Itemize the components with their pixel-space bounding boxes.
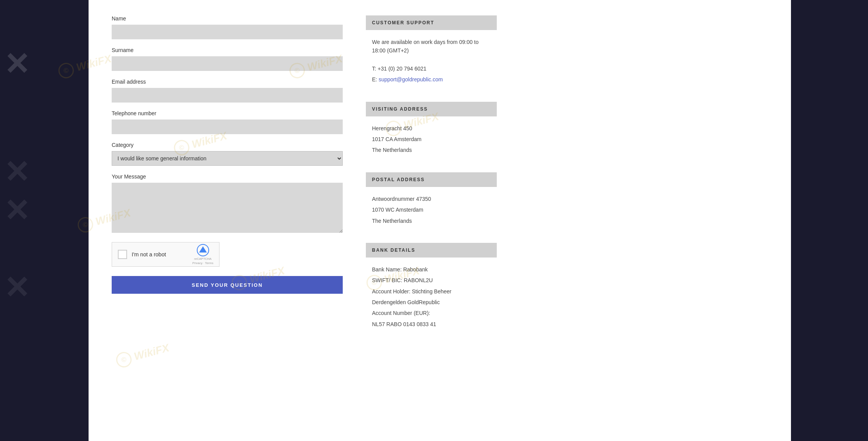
support-email-link[interactable]: support@goldrepublic.com [379, 76, 443, 82]
name-field-group: Name [112, 15, 343, 39]
bank-account-holder-2: Derdengelden GoldRepublic [372, 298, 491, 306]
surname-label: Surname [112, 47, 343, 53]
visiting-address-line3: The Netherlands [372, 146, 491, 154]
postal-address-line1: Antwoordnummer 47350 [372, 195, 491, 203]
right-background: ✕ ✕ [791, 0, 868, 441]
telephone-input[interactable] [112, 120, 343, 134]
customer-support-availability: We are available on work days from 09:00… [372, 38, 491, 55]
recaptcha-subtext: reCAPTCHA [194, 257, 211, 261]
email-input[interactable] [112, 88, 343, 103]
postal-address-body: Antwoordnummer 47350 1070 WC Amsterdam T… [366, 187, 497, 235]
recaptcha-label: I'm not a robot [132, 251, 188, 258]
phone-label: T: [372, 66, 376, 72]
customer-support-phone: T: +31 (0) 20 794 6021 [372, 64, 491, 73]
recaptcha-links: Privacy · Terms [192, 261, 213, 265]
category-select[interactable]: I would like some general information I … [112, 151, 343, 166]
email-field-group: Email address [112, 79, 343, 103]
bank-details-header: BANK DETAILS [366, 243, 497, 258]
visiting-address-line2: 1017 CA Amsterdam [372, 135, 491, 143]
visiting-address-body: Herengracht 450 1017 CA Amsterdam The Ne… [366, 116, 497, 165]
message-textarea[interactable] [112, 183, 343, 233]
email-label: E: [372, 76, 377, 82]
phone-number: +31 (0) 20 794 6021 [378, 66, 427, 72]
decorative-x-2: ✕ [4, 154, 30, 190]
visiting-address-line1: Herengracht 450 [372, 124, 491, 133]
main-content: Name Surname Email address Telephone num… [89, 0, 791, 441]
message-label: Your Message [112, 173, 343, 180]
contact-form-section: Name Surname Email address Telephone num… [112, 15, 343, 418]
submit-button[interactable]: SEND YOUR QUESTION [112, 276, 343, 294]
visiting-address-header: VISITING ADDRESS [366, 102, 497, 116]
customer-support-header: CUSTOMER SUPPORT [366, 15, 497, 30]
bank-swift: SWIFT/ BIC: RABONL2U [372, 276, 491, 284]
name-label: Name [112, 15, 343, 22]
decorative-x-3: ✕ [4, 270, 30, 306]
bank-account-number-label: Account Number (EUR): [372, 309, 491, 317]
customer-support-panel: CUSTOMER SUPPORT We are available on wor… [366, 15, 497, 94]
visiting-address-panel: VISITING ADDRESS Herengracht 450 1017 CA… [366, 102, 497, 165]
bank-account-holder: Account Holder: Stichting Beheer [372, 287, 491, 296]
postal-address-line3: The Netherlands [372, 217, 491, 225]
customer-support-body: We are available on work days from 09:00… [366, 30, 497, 94]
recaptcha-checkbox[interactable] [118, 250, 127, 259]
postal-address-header: POSTAL ADDRESS [366, 172, 497, 187]
surname-field-group: Surname [112, 47, 343, 71]
bank-details-panel: BANK DETAILS Bank Name: Rabobank SWIFT/ … [366, 243, 497, 338]
decorative-x-right-2: ✕ [4, 193, 30, 229]
postal-address-line2: 1070 WC Amsterdam [372, 205, 491, 214]
category-label: Category [112, 142, 343, 148]
postal-address-panel: POSTAL ADDRESS Antwoordnummer 47350 1070… [366, 172, 497, 235]
category-field-group: Category I would like some general infor… [112, 142, 343, 166]
telephone-field-group: Telephone number [112, 110, 343, 134]
recaptcha-logo-icon [197, 244, 209, 256]
decorative-x-right: ✕ [4, 46, 30, 82]
email-label: Email address [112, 79, 343, 85]
recaptcha-logo-area: reCAPTCHA Privacy · Terms [192, 244, 213, 265]
bank-details-body: Bank Name: Rabobank SWIFT/ BIC: RABONL2U… [366, 258, 497, 338]
bank-account-number: NL57 RABO 0143 0833 41 [372, 320, 491, 328]
bank-name: Bank Name: Rabobank [372, 265, 491, 274]
recaptcha-widget[interactable]: I'm not a robot reCAPTCHA Privacy · Term… [112, 242, 220, 267]
name-input[interactable] [112, 25, 343, 39]
surname-input[interactable] [112, 56, 343, 71]
customer-support-email: E: support@goldrepublic.com [372, 75, 491, 84]
right-sidebar: CUSTOMER SUPPORT We are available on wor… [366, 15, 497, 418]
message-field-group: Your Message [112, 173, 343, 234]
telephone-label: Telephone number [112, 110, 343, 116]
